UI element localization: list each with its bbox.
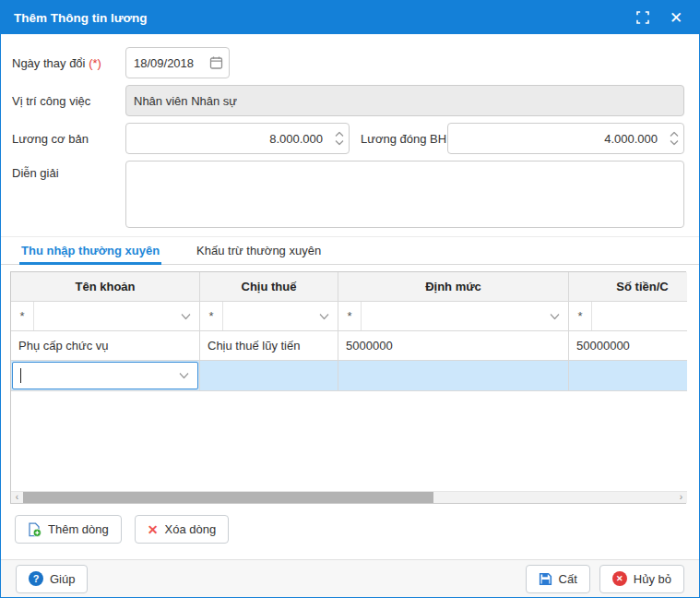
scrollbar-track[interactable] (23, 492, 675, 503)
spinner-down-icon[interactable] (335, 140, 344, 146)
add-row-icon (28, 522, 42, 537)
cancel-label: Hủy bỏ (634, 572, 671, 586)
filter-cell-amount: * (569, 302, 687, 331)
position-field-wrap (125, 85, 684, 116)
filter-cell-account: * (11, 302, 200, 331)
edit-cell-quota[interactable] (338, 361, 569, 391)
cell-amount[interactable]: 50000000 (569, 331, 687, 361)
filter-dropdown[interactable] (34, 302, 199, 330)
filter-dropdown[interactable] (362, 302, 568, 330)
cell-quota[interactable]: 5000000 (338, 331, 569, 361)
cancel-button[interactable]: ✕ Hủy bỏ (599, 565, 684, 593)
chevron-down-icon (181, 313, 191, 319)
filter-dropdown[interactable] (223, 302, 338, 330)
base-salary-wrap (125, 123, 350, 154)
insurance-salary-input[interactable] (447, 123, 684, 154)
save-button[interactable]: Cất (526, 565, 590, 593)
delete-row-button[interactable]: ✕ Xóa dòng (135, 515, 229, 544)
table-row: Phụ cấp chức vụ Chịu thuế lũy tiến 50000… (11, 331, 687, 361)
description-label: Diễn giải (12, 161, 125, 180)
description-row: Diễn giải (12, 161, 684, 228)
position-input[interactable] (125, 85, 684, 116)
form-area: Ngày thay đổi (*) Vị trí công việc (1, 34, 699, 228)
grid-filter-row: * * * (11, 302, 687, 331)
save-icon (539, 572, 552, 586)
column-header-amount[interactable]: Số tiền/C (569, 272, 687, 302)
required-marker: (*) (89, 56, 101, 70)
add-row-label: Thêm dòng (48, 522, 109, 536)
column-header-quota[interactable]: Định mức (338, 272, 569, 302)
tab-regular-income[interactable]: Thu nhập thường xuyên (19, 237, 161, 264)
account-combo-input[interactable] (12, 362, 198, 389)
horizontal-scrollbar[interactable]: ‹ › (11, 491, 687, 503)
maximize-icon[interactable] (633, 7, 653, 28)
filter-operator-button[interactable]: * (11, 302, 34, 330)
help-icon: ? (29, 571, 43, 586)
position-row: Vị trí công việc (12, 85, 684, 116)
grid-edit-row (11, 361, 687, 391)
grid-empty-area (11, 391, 687, 491)
column-header-taxable[interactable]: Chịu thuế (200, 272, 338, 302)
salary-row: Lương cơ bản Lương đóng BH (12, 123, 684, 154)
cell-taxable[interactable]: Chịu thuế lũy tiến (200, 331, 338, 361)
grid-clip: Tên khoản Chịu thuế Định mức Số tiền/C *… (11, 272, 687, 503)
calendar-icon[interactable] (209, 56, 223, 70)
insurance-salary-wrap (447, 123, 684, 154)
income-grid: Tên khoản Chịu thuế Định mức Số tiền/C *… (10, 271, 686, 504)
add-row-button[interactable]: Thêm dòng (15, 515, 122, 544)
spinner-up-icon[interactable] (335, 132, 344, 138)
edit-cell-amount[interactable] (569, 361, 687, 391)
filter-dropdown[interactable] (592, 302, 687, 330)
close-icon[interactable]: ✕ (666, 7, 686, 28)
tab-bar: Thu nhập thường xuyên Khấu trừ thường xu… (1, 236, 699, 265)
base-salary-spinner (335, 132, 344, 146)
scroll-right-icon[interactable]: › (675, 492, 687, 503)
column-header-account[interactable]: Tên khoản (11, 272, 200, 302)
base-salary-label: Lương cơ bản (12, 132, 125, 146)
chevron-down-icon (179, 373, 189, 379)
row-actions: Thêm dòng ✕ Xóa dòng (15, 515, 699, 544)
position-label: Vị trí công việc (12, 94, 125, 108)
text-caret (20, 368, 21, 383)
tab-regular-deduction[interactable]: Khấu trừ thường xuyên (195, 237, 323, 264)
date-field-wrap (125, 47, 230, 78)
date-label: Ngày thay đổi (*) (12, 56, 125, 70)
description-textarea[interactable] (125, 161, 684, 228)
spinner-down-icon[interactable] (670, 140, 679, 146)
add-salary-dialog: Thêm Thông tin lương ✕ Ngày thay đổi (*) (0, 0, 700, 598)
filter-cell-quota: * (338, 302, 569, 331)
chevron-down-icon (550, 313, 560, 319)
filter-operator-button[interactable]: * (338, 302, 362, 330)
filter-operator-button[interactable]: * (569, 302, 592, 330)
dialog-title: Thêm Thông tin lương (14, 11, 633, 25)
filter-operator-button[interactable]: * (200, 302, 223, 330)
scrollbar-thumb[interactable] (23, 492, 433, 503)
filter-cell-taxable: * (200, 302, 338, 331)
footer: ? Giúp Cất ✕ Hủy bỏ (1, 559, 699, 597)
delete-row-label: Xóa dòng (165, 522, 217, 536)
grid-header-row: Tên khoản Chịu thuế Định mức Số tiền/C (11, 272, 687, 302)
date-row: Ngày thay đổi (*) (12, 47, 684, 78)
help-label: Giúp (50, 572, 75, 586)
base-salary-input[interactable] (125, 123, 350, 154)
scroll-left-icon[interactable]: ‹ (11, 492, 23, 503)
insurance-salary-spinner (670, 132, 679, 146)
cell-account[interactable]: Phụ cấp chức vụ (11, 331, 200, 361)
cancel-icon: ✕ (612, 571, 627, 586)
help-button[interactable]: ? Giúp (16, 565, 88, 593)
edit-cell-taxable[interactable] (200, 361, 338, 391)
edit-cell-account (11, 361, 200, 391)
insurance-salary-label: Lương đóng BH (350, 132, 447, 146)
chevron-down-icon (319, 313, 329, 319)
spinner-up-icon[interactable] (670, 132, 679, 138)
delete-row-icon: ✕ (148, 523, 159, 536)
titlebar: Thêm Thông tin lương ✕ (1, 1, 699, 34)
save-label: Cất (559, 572, 577, 586)
